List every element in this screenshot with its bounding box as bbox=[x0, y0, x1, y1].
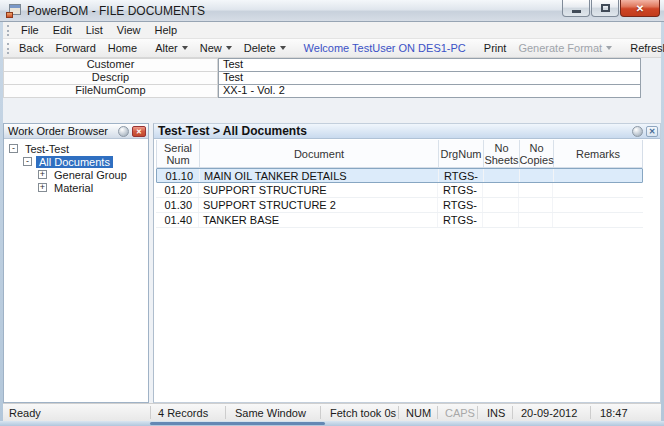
cell-remarks bbox=[553, 183, 641, 197]
app-icon bbox=[6, 4, 22, 18]
forward-button[interactable]: Forward bbox=[49, 41, 101, 55]
status-separator bbox=[320, 406, 321, 419]
toolbar: Back Forward Home Alter New Delete Welco… bbox=[3, 39, 661, 58]
back-button[interactable]: Back bbox=[13, 41, 49, 55]
column-header-remarks[interactable]: Remarks bbox=[554, 140, 642, 167]
cell-drgnum: RTGS- bbox=[438, 213, 483, 227]
filenumcomp-label: FileNumComp bbox=[3, 84, 218, 98]
file-detail-form: Customer Test Descrip Test FileNumComp X… bbox=[3, 59, 661, 98]
close-button[interactable]: ✕ bbox=[620, 0, 660, 17]
delete-dropdown-button[interactable]: Delete bbox=[238, 41, 292, 55]
column-header-document[interactable]: Document bbox=[200, 140, 439, 167]
status-separator bbox=[477, 406, 478, 419]
minimize-button[interactable] bbox=[562, 0, 590, 17]
status-record-count: 4 Records bbox=[158, 407, 208, 419]
status-separator bbox=[512, 406, 513, 419]
status-caps-lock: CAPS bbox=[445, 407, 475, 419]
generate-format-label: Generate Format bbox=[518, 42, 602, 54]
menu-edit[interactable]: Edit bbox=[46, 23, 79, 37]
chevron-down-icon bbox=[606, 46, 612, 50]
chevron-down-icon bbox=[182, 46, 188, 50]
status-fetch-time: Fetch took 0s bbox=[330, 407, 396, 419]
menu-list[interactable]: List bbox=[79, 23, 110, 37]
new-dropdown-button[interactable]: New bbox=[194, 41, 238, 55]
cell-no-sheets bbox=[483, 213, 519, 227]
column-header-serialnum[interactable]: SerialNum bbox=[157, 140, 200, 167]
print-button[interactable]: Print bbox=[478, 41, 513, 55]
tree-item-label: Test-Test bbox=[22, 143, 72, 155]
customer-label: Customer bbox=[3, 58, 218, 72]
menu-file[interactable]: File bbox=[14, 23, 46, 37]
tree-item-all-documents[interactable]: - All Documents bbox=[4, 155, 148, 168]
tree-item-label: Material bbox=[51, 182, 96, 194]
status-separator bbox=[150, 406, 151, 419]
table-row[interactable]: 01.30 SUPPORT STRUCTURE 2 RTGS- bbox=[156, 198, 643, 213]
cell-document: MAIN OIL TANKER DETAILS bbox=[200, 169, 439, 182]
customer-field[interactable]: Test bbox=[218, 58, 641, 72]
table-row[interactable]: 01.40 TANKER BASE RTGS- bbox=[156, 213, 643, 228]
generate-format-dropdown-button[interactable]: Generate Format bbox=[512, 41, 618, 55]
cell-serialnum: 01.10 bbox=[157, 169, 200, 182]
collapse-icon[interactable]: - bbox=[23, 157, 32, 166]
collapse-icon[interactable]: - bbox=[9, 144, 18, 153]
menu-help[interactable]: Help bbox=[147, 23, 184, 37]
filenumcomp-field[interactable]: XX-1 - Vol. 2 bbox=[218, 84, 641, 98]
toolbar-grip-icon bbox=[7, 43, 9, 54]
status-window-mode: Same Window bbox=[235, 407, 306, 419]
descrip-field[interactable]: Test bbox=[218, 71, 641, 85]
cell-remarks bbox=[553, 213, 641, 227]
table-row[interactable]: 01.20 SUPPORT STRUCTURE RTGS- bbox=[156, 183, 643, 198]
status-separator bbox=[437, 406, 438, 419]
title-bar: PowerBOM - FILE DOCUMENTS ✕ bbox=[0, 0, 664, 22]
cell-serialnum: 01.40 bbox=[156, 213, 199, 227]
close-icon[interactable]: ✕ bbox=[132, 126, 146, 137]
window-title: PowerBOM - FILE DOCUMENTS bbox=[27, 4, 205, 18]
status-separator bbox=[398, 406, 399, 419]
menu-grip-icon bbox=[7, 25, 10, 36]
refresh-button[interactable]: Refresh bbox=[624, 41, 664, 55]
menu-view[interactable]: View bbox=[110, 23, 148, 37]
tree-item-label: General Group bbox=[51, 169, 130, 181]
close-icon[interactable]: ✕ bbox=[646, 126, 658, 137]
maximize-button[interactable] bbox=[591, 0, 619, 17]
column-header-drgnum[interactable]: DrgNum bbox=[439, 140, 484, 167]
work-order-browser-panel: Work Order Browser ✕ - Test-Test - All D… bbox=[3, 123, 149, 403]
column-header-no-copies[interactable]: No Copies bbox=[520, 140, 554, 167]
table-row[interactable]: 01.10 MAIN OIL TANKER DETAILS RTGS- bbox=[156, 168, 643, 183]
expand-icon[interactable]: + bbox=[38, 170, 47, 179]
pin-icon[interactable] bbox=[118, 126, 129, 137]
chevron-down-icon bbox=[226, 46, 232, 50]
cell-no-copies bbox=[520, 169, 554, 182]
cell-document: SUPPORT STRUCTURE 2 bbox=[199, 198, 438, 212]
cell-remarks bbox=[554, 169, 642, 182]
menu-bar: File Edit List View Help bbox=[3, 22, 661, 39]
work-order-tree: - Test-Test - All Documents + General Gr… bbox=[4, 139, 148, 194]
documents-breadcrumb: Test-Test > All Documents bbox=[158, 124, 307, 138]
tree-item-test-test[interactable]: - Test-Test bbox=[4, 142, 148, 155]
pin-icon[interactable] bbox=[632, 126, 643, 137]
tree-item-material[interactable]: + Material bbox=[4, 181, 148, 194]
cell-no-copies bbox=[519, 183, 553, 197]
work-order-browser-title: Work Order Browser bbox=[8, 125, 108, 137]
status-bar: Ready 4 Records Same Window Fetch took 0… bbox=[3, 403, 661, 421]
status-num-lock: NUM bbox=[406, 407, 431, 419]
column-header-no-sheets[interactable]: No Sheets bbox=[484, 140, 520, 167]
cell-drgnum: RTGS- bbox=[438, 198, 483, 212]
cell-no-copies bbox=[519, 213, 553, 227]
work-order-browser-header: Work Order Browser ✕ bbox=[4, 124, 148, 139]
app-window: PowerBOM - FILE DOCUMENTS ✕ File Edit Li… bbox=[0, 0, 664, 426]
status-ready: Ready bbox=[9, 407, 41, 419]
alter-dropdown-button[interactable]: Alter bbox=[149, 41, 194, 55]
new-label: New bbox=[200, 42, 222, 54]
cell-drgnum: RTGS- bbox=[439, 169, 484, 182]
documents-table-header: SerialNum Document DrgNum No Sheets No C… bbox=[156, 140, 643, 168]
status-separator bbox=[590, 406, 591, 419]
expand-icon[interactable]: + bbox=[38, 183, 47, 192]
home-button[interactable]: Home bbox=[102, 41, 143, 55]
status-date: 20-09-2012 bbox=[521, 407, 577, 419]
cell-no-sheets bbox=[483, 183, 519, 197]
tree-item-general-group[interactable]: + General Group bbox=[4, 168, 148, 181]
cell-no-sheets bbox=[483, 198, 519, 212]
status-separator bbox=[225, 406, 226, 419]
cell-drgnum: RTGS- bbox=[438, 183, 483, 197]
